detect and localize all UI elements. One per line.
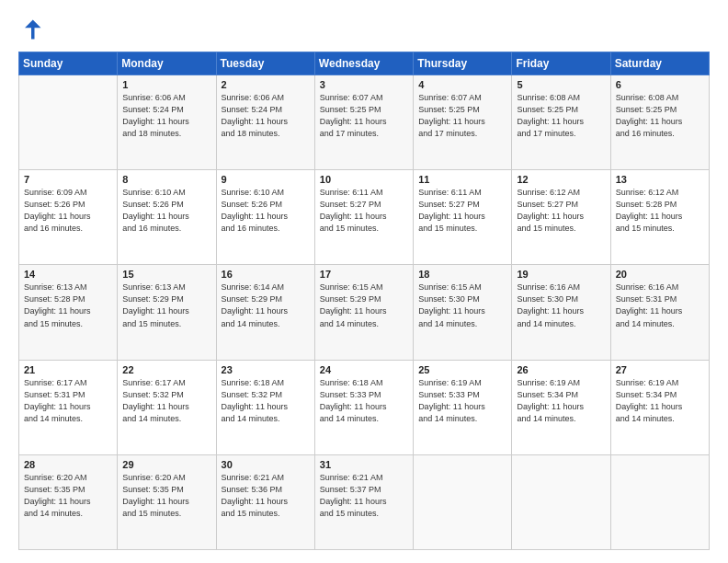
calendar-cell: 11Sunrise: 6:11 AMSunset: 5:27 PMDayligh… xyxy=(414,170,512,265)
calendar-cell: 10Sunrise: 6:11 AMSunset: 5:27 PMDayligh… xyxy=(314,170,413,265)
day-number: 6 xyxy=(616,79,704,90)
page: SundayMondayTuesdayWednesdayThursdayFrid… xyxy=(0,0,728,563)
calendar-cell: 26Sunrise: 6:19 AMSunset: 5:34 PMDayligh… xyxy=(512,360,610,454)
header xyxy=(18,17,710,42)
day-number: 11 xyxy=(418,174,506,185)
calendar-cell xyxy=(512,454,610,549)
calendar-cell: 23Sunrise: 6:18 AMSunset: 5:32 PMDayligh… xyxy=(216,360,314,454)
calendar-week-row: 14Sunrise: 6:13 AMSunset: 5:28 PMDayligh… xyxy=(19,265,710,360)
day-info: Sunrise: 6:10 AMSunset: 5:26 PMDaylight:… xyxy=(222,187,310,235)
day-info: Sunrise: 6:19 AMSunset: 5:34 PMDaylight:… xyxy=(616,377,704,425)
day-info: Sunrise: 6:12 AMSunset: 5:27 PMDaylight:… xyxy=(517,187,605,235)
day-number: 22 xyxy=(122,364,210,375)
day-number: 3 xyxy=(320,79,408,90)
day-number: 24 xyxy=(320,364,408,375)
calendar-cell: 17Sunrise: 6:15 AMSunset: 5:29 PMDayligh… xyxy=(314,265,413,360)
calendar-week-row: 1Sunrise: 6:06 AMSunset: 5:24 PMDaylight… xyxy=(19,75,710,170)
day-number: 8 xyxy=(122,174,210,185)
calendar-header-wednesday: Wednesday xyxy=(314,52,413,75)
day-number: 25 xyxy=(418,364,506,375)
calendar-header-row: SundayMondayTuesdayWednesdayThursdayFrid… xyxy=(19,52,710,75)
calendar-header-monday: Monday xyxy=(118,52,216,75)
day-info: Sunrise: 6:08 AMSunset: 5:25 PMDaylight:… xyxy=(616,92,704,140)
day-number: 29 xyxy=(122,459,210,470)
day-info: Sunrise: 6:06 AMSunset: 5:24 PMDaylight:… xyxy=(222,92,310,140)
day-info: Sunrise: 6:15 AMSunset: 5:30 PMDaylight:… xyxy=(418,282,506,329)
day-info: Sunrise: 6:18 AMSunset: 5:32 PMDaylight:… xyxy=(222,377,310,425)
day-info: Sunrise: 6:18 AMSunset: 5:33 PMDaylight:… xyxy=(320,377,408,425)
day-info: Sunrise: 6:15 AMSunset: 5:29 PMDaylight:… xyxy=(320,282,408,329)
day-info: Sunrise: 6:10 AMSunset: 5:26 PMDaylight:… xyxy=(122,187,210,235)
day-info: Sunrise: 6:08 AMSunset: 5:25 PMDaylight:… xyxy=(517,92,605,140)
day-number: 17 xyxy=(320,269,408,280)
calendar-cell: 18Sunrise: 6:15 AMSunset: 5:30 PMDayligh… xyxy=(414,265,512,360)
calendar-cell: 15Sunrise: 6:13 AMSunset: 5:29 PMDayligh… xyxy=(118,265,216,360)
calendar-header-sunday: Sunday xyxy=(19,52,118,75)
calendar-cell: 30Sunrise: 6:21 AMSunset: 5:36 PMDayligh… xyxy=(216,454,314,549)
day-number: 14 xyxy=(24,269,112,280)
day-info: Sunrise: 6:07 AMSunset: 5:25 PMDaylight:… xyxy=(418,92,506,140)
calendar-cell: 29Sunrise: 6:20 AMSunset: 5:35 PMDayligh… xyxy=(118,454,216,549)
calendar-header-saturday: Saturday xyxy=(610,52,709,75)
day-number: 7 xyxy=(24,174,112,185)
calendar-cell: 25Sunrise: 6:19 AMSunset: 5:33 PMDayligh… xyxy=(414,360,512,454)
day-number: 16 xyxy=(222,269,310,280)
calendar-cell: 12Sunrise: 6:12 AMSunset: 5:27 PMDayligh… xyxy=(512,170,610,265)
logo-icon xyxy=(18,17,44,42)
day-number: 27 xyxy=(616,364,704,375)
calendar-cell: 4Sunrise: 6:07 AMSunset: 5:25 PMDaylight… xyxy=(414,75,512,170)
day-info: Sunrise: 6:21 AMSunset: 5:37 PMDaylight:… xyxy=(320,472,408,520)
day-number: 13 xyxy=(616,174,704,185)
day-number: 15 xyxy=(122,269,210,280)
day-info: Sunrise: 6:11 AMSunset: 5:27 PMDaylight:… xyxy=(320,187,408,235)
calendar-cell xyxy=(610,454,709,549)
calendar-cell: 3Sunrise: 6:07 AMSunset: 5:25 PMDaylight… xyxy=(314,75,413,170)
calendar-cell: 31Sunrise: 6:21 AMSunset: 5:37 PMDayligh… xyxy=(314,454,413,549)
day-info: Sunrise: 6:17 AMSunset: 5:32 PMDaylight:… xyxy=(122,377,210,425)
calendar-header-thursday: Thursday xyxy=(414,52,512,75)
day-number: 31 xyxy=(320,459,408,470)
day-info: Sunrise: 6:12 AMSunset: 5:28 PMDaylight:… xyxy=(616,187,704,235)
calendar-cell xyxy=(19,75,118,170)
day-info: Sunrise: 6:16 AMSunset: 5:31 PMDaylight:… xyxy=(616,282,704,329)
calendar-cell: 2Sunrise: 6:06 AMSunset: 5:24 PMDaylight… xyxy=(216,75,314,170)
calendar-cell: 28Sunrise: 6:20 AMSunset: 5:35 PMDayligh… xyxy=(19,454,118,549)
day-info: Sunrise: 6:17 AMSunset: 5:31 PMDaylight:… xyxy=(24,377,112,425)
day-info: Sunrise: 6:21 AMSunset: 5:36 PMDaylight:… xyxy=(222,472,310,520)
day-number: 21 xyxy=(24,364,112,375)
day-number: 12 xyxy=(517,174,605,185)
day-info: Sunrise: 6:13 AMSunset: 5:28 PMDaylight:… xyxy=(24,282,112,329)
calendar-cell: 7Sunrise: 6:09 AMSunset: 5:26 PMDaylight… xyxy=(19,170,118,265)
calendar-cell: 13Sunrise: 6:12 AMSunset: 5:28 PMDayligh… xyxy=(610,170,709,265)
calendar-week-row: 21Sunrise: 6:17 AMSunset: 5:31 PMDayligh… xyxy=(19,360,710,454)
calendar-cell: 22Sunrise: 6:17 AMSunset: 5:32 PMDayligh… xyxy=(118,360,216,454)
calendar-cell: 20Sunrise: 6:16 AMSunset: 5:31 PMDayligh… xyxy=(610,265,709,360)
calendar-cell: 14Sunrise: 6:13 AMSunset: 5:28 PMDayligh… xyxy=(19,265,118,360)
day-info: Sunrise: 6:20 AMSunset: 5:35 PMDaylight:… xyxy=(24,472,112,520)
logo xyxy=(18,17,48,42)
calendar-cell xyxy=(414,454,512,549)
calendar-cell: 9Sunrise: 6:10 AMSunset: 5:26 PMDaylight… xyxy=(216,170,314,265)
calendar-week-row: 7Sunrise: 6:09 AMSunset: 5:26 PMDaylight… xyxy=(19,170,710,265)
calendar-header-tuesday: Tuesday xyxy=(216,52,314,75)
calendar-cell: 21Sunrise: 6:17 AMSunset: 5:31 PMDayligh… xyxy=(19,360,118,454)
day-number: 19 xyxy=(517,269,605,280)
calendar-cell: 27Sunrise: 6:19 AMSunset: 5:34 PMDayligh… xyxy=(610,360,709,454)
day-info: Sunrise: 6:09 AMSunset: 5:26 PMDaylight:… xyxy=(24,187,112,235)
svg-marker-0 xyxy=(25,20,41,40)
calendar-table: SundayMondayTuesdayWednesdayThursdayFrid… xyxy=(18,52,710,550)
day-number: 30 xyxy=(222,459,310,470)
svg-marker-1 xyxy=(29,23,36,27)
day-number: 1 xyxy=(122,79,210,90)
calendar-cell: 5Sunrise: 6:08 AMSunset: 5:25 PMDaylight… xyxy=(512,75,610,170)
day-number: 4 xyxy=(418,79,506,90)
calendar-header-friday: Friday xyxy=(512,52,610,75)
day-number: 28 xyxy=(24,459,112,470)
day-number: 2 xyxy=(222,79,310,90)
day-number: 18 xyxy=(418,269,506,280)
calendar-cell: 24Sunrise: 6:18 AMSunset: 5:33 PMDayligh… xyxy=(314,360,413,454)
day-info: Sunrise: 6:20 AMSunset: 5:35 PMDaylight:… xyxy=(122,472,210,520)
calendar-cell: 19Sunrise: 6:16 AMSunset: 5:30 PMDayligh… xyxy=(512,265,610,360)
day-number: 23 xyxy=(222,364,310,375)
day-number: 26 xyxy=(517,364,605,375)
